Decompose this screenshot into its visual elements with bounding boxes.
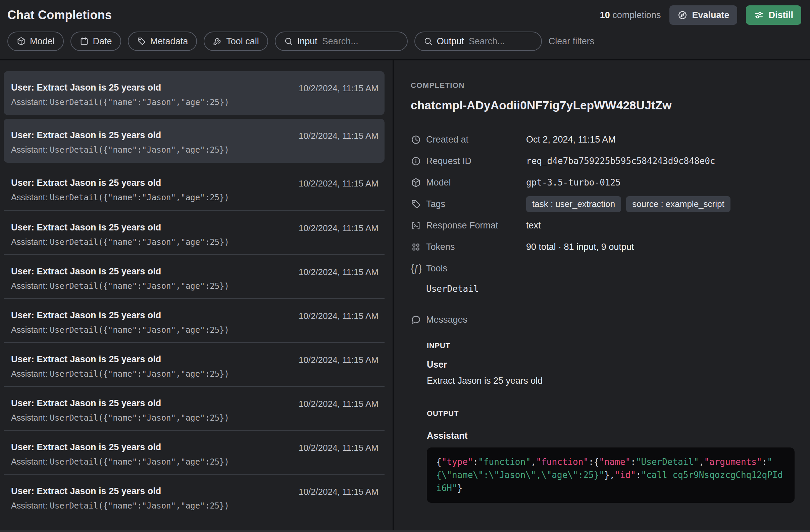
code-token: "function" xyxy=(478,457,531,467)
tag-pill: source : example_script xyxy=(626,196,730,212)
response-format-label: Response Format xyxy=(426,220,526,231)
model-value: gpt-3.5-turbo-0125 xyxy=(526,178,621,187)
item-assistant-call: UserDetail({"name":"Jason","age":25}) xyxy=(50,193,229,202)
tokens-grid-icon xyxy=(411,242,426,252)
code-token: : xyxy=(636,470,641,480)
list-item-text: User: Extract Jason is 25 years old Assi… xyxy=(11,310,298,335)
list-item[interactable]: User: Extract Jason is 25 years old Assi… xyxy=(4,474,385,518)
list-item[interactable]: User: Extract Jason is 25 years old Assi… xyxy=(4,119,385,163)
assistant-output-code: {"type":"function","function":{"name":"U… xyxy=(427,447,795,503)
item-timestamp: 10/2/2024, 11:15 AM xyxy=(298,130,378,141)
item-timestamp: 10/2/2024, 11:15 AM xyxy=(298,178,378,189)
list-item-text: User: Extract Jason is 25 years old Assi… xyxy=(11,442,298,467)
item-user-summary: User: Extract Jason is 25 years old xyxy=(11,486,298,496)
list-item[interactable]: User: Extract Jason is 25 years old Assi… xyxy=(4,71,385,115)
list-item-text: User: Extract Jason is 25 years old Assi… xyxy=(11,398,298,423)
model-filter-label: Model xyxy=(30,36,55,47)
item-assistant-prefix: Assistant: xyxy=(11,145,50,154)
list-item[interactable]: User: Extract Jason is 25 years old Assi… xyxy=(4,430,385,474)
tags-pills: task : user_extractionsource : example_s… xyxy=(526,196,730,212)
top-bar: Chat Completions 10 completions Evaluate… xyxy=(0,0,810,29)
list-item-text: User: Extract Jason is 25 years old Assi… xyxy=(11,266,298,291)
item-timestamp: 10/2/2024, 11:15 AM xyxy=(298,310,378,321)
tag-pill: task : user_extraction xyxy=(526,196,621,212)
response-format-value: text xyxy=(526,220,541,231)
item-assistant-summary: Assistant: UserDetail({"name":"Jason","a… xyxy=(11,457,298,467)
code-token: "id" xyxy=(615,470,636,480)
page-title: Chat Completions xyxy=(7,8,112,22)
model-label: Model xyxy=(426,178,526,188)
item-assistant-call: UserDetail({"name":"Jason","age":25}) xyxy=(50,281,229,291)
date-filter-chip[interactable]: Date xyxy=(70,32,121,51)
item-assistant-summary: Assistant: UserDetail({"name":"Jason","a… xyxy=(11,97,298,107)
list-item[interactable]: User: Extract Jason is 25 years old Assi… xyxy=(4,210,385,254)
item-user-summary: User: Extract Jason is 25 years old xyxy=(11,266,298,277)
message-bubble-icon xyxy=(411,315,426,325)
list-item-text: User: Extract Jason is 25 years old Assi… xyxy=(11,178,298,202)
list-item-text: User: Extract Jason is 25 years old Assi… xyxy=(11,83,298,107)
item-assistant-prefix: Assistant: xyxy=(11,281,50,290)
request-id-row: Request ID req_d4e7ba759225b595c584243d9… xyxy=(411,150,795,172)
code-token: :{ xyxy=(588,457,599,467)
main-content: User: Extract Jason is 25 years old Assi… xyxy=(0,61,810,532)
item-assistant-summary: Assistant: UserDetail({"name":"Jason","a… xyxy=(11,145,298,155)
item-assistant-prefix: Assistant: xyxy=(11,237,50,247)
list-item-text: User: Extract Jason is 25 years old Assi… xyxy=(11,222,298,247)
list-item-text: User: Extract Jason is 25 years old Assi… xyxy=(11,354,298,379)
code-token: { xyxy=(436,457,441,467)
list-item[interactable]: User: Extract Jason is 25 years old Assi… xyxy=(4,298,385,342)
clear-filters-button[interactable]: Clear filters xyxy=(549,36,595,47)
item-assistant-call: UserDetail({"name":"Jason","age":25}) xyxy=(50,98,229,107)
list-item[interactable]: User: Extract Jason is 25 years old Assi… xyxy=(4,166,385,210)
cube-icon xyxy=(411,178,426,188)
item-assistant-call: UserDetail({"name":"Jason","age":25}) xyxy=(50,501,229,511)
window-bottom-edge xyxy=(0,530,810,532)
tool-call-filter-label: Tool call xyxy=(226,36,259,47)
tag-icon xyxy=(137,36,146,46)
input-search-field[interactable] xyxy=(322,36,399,47)
distill-button[interactable]: Distill xyxy=(746,5,801,25)
code-token: , xyxy=(531,457,536,467)
list-item-text: User: Extract Jason is 25 years old Assi… xyxy=(11,486,298,511)
evaluate-button[interactable]: Evaluate xyxy=(669,5,737,25)
item-user-summary: User: Extract Jason is 25 years old xyxy=(11,354,298,365)
item-assistant-prefix: Assistant: xyxy=(11,457,50,466)
item-timestamp: 10/2/2024, 11:15 AM xyxy=(298,266,378,278)
list-item[interactable]: User: Extract Jason is 25 years old Assi… xyxy=(4,386,385,430)
item-assistant-summary: Assistant: UserDetail({"name":"Jason","a… xyxy=(11,413,298,423)
metadata-filter-chip[interactable]: Metadata xyxy=(128,32,197,51)
tool-call-filter-chip[interactable]: Tool call xyxy=(204,32,268,51)
code-token: "type" xyxy=(441,457,473,467)
evaluate-button-label: Evaluate xyxy=(692,10,729,20)
input-role: User xyxy=(427,360,795,371)
item-assistant-summary: Assistant: UserDetail({"name":"Jason","a… xyxy=(11,237,298,247)
input-message-content: Extract Jason is 25 years old xyxy=(427,376,795,387)
request-id-value: req_d4e7ba759225b595c584243d9c848e0c xyxy=(526,156,715,166)
input-search-label: Input xyxy=(297,36,318,47)
item-user-summary: User: Extract Jason is 25 years old xyxy=(11,178,298,188)
item-assistant-summary: Assistant: UserDetail({"name":"Jason","a… xyxy=(11,501,298,511)
created-at-value: Oct 2, 2024, 11:15 AM xyxy=(526,134,616,145)
completion-id: chatcmpl-ADyAodii0NF7ig7yLepWW428UJtZw xyxy=(411,99,795,112)
tags-row: Tags task : user_extractionsource : exam… xyxy=(411,193,795,215)
output-header: OUTPUT xyxy=(427,409,795,419)
code-token: : xyxy=(762,457,767,467)
list-item[interactable]: User: Extract Jason is 25 years old Assi… xyxy=(4,342,385,386)
messages-header: Messages xyxy=(411,313,795,327)
item-timestamp: 10/2/2024, 11:15 AM xyxy=(298,354,378,365)
item-user-summary: User: Extract Jason is 25 years old xyxy=(11,83,298,93)
wrench-icon xyxy=(213,36,222,46)
model-filter-chip[interactable]: Model xyxy=(7,32,64,51)
tools-list: UserDetail xyxy=(411,283,795,295)
output-search-field[interactable] xyxy=(468,36,533,47)
list-item[interactable]: User: Extract Jason is 25 years old Assi… xyxy=(4,254,385,298)
completions-count-label: completions xyxy=(612,10,661,20)
code-token: }, xyxy=(604,470,615,480)
input-search-filter: Input xyxy=(275,32,408,51)
completions-list: User: Extract Jason is 25 years old Assi… xyxy=(0,61,393,532)
created-at-label: Created at xyxy=(426,134,526,145)
date-filter-label: Date xyxy=(93,36,112,47)
top-bar-actions: 10 completions Evaluate Distill xyxy=(600,5,801,25)
code-token: "name" xyxy=(599,457,631,467)
item-timestamp: 10/2/2024, 11:15 AM xyxy=(298,222,378,233)
